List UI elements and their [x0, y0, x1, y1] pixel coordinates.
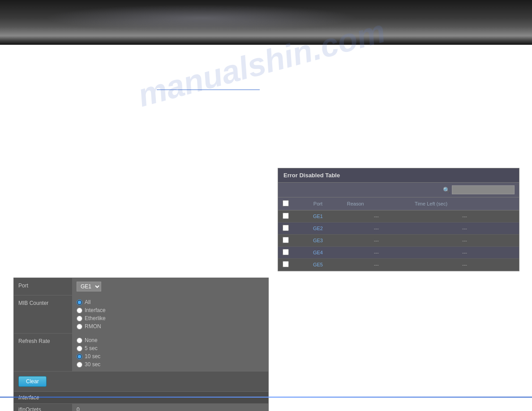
clear-button[interactable]: Clear	[18, 376, 47, 387]
refresh-radio-group: None 5 sec 10 sec 30 sec	[77, 337, 264, 368]
row-port: GE1	[293, 210, 343, 223]
row-reason: ---	[343, 223, 410, 235]
ifinoctets-row: ifInOctets 0	[14, 404, 268, 411]
mib-counter-row: MIB Counter All Interface Etherlike	[14, 295, 268, 334]
refresh-option-5sec[interactable]: 5 sec	[77, 345, 264, 351]
row-port: GE5	[293, 259, 343, 271]
mib-counter-label: MIB Counter	[14, 295, 72, 333]
port-select[interactable]: GE1 GE2 GE3 GE4 GE5	[77, 282, 101, 291]
row-time-left: ---	[410, 259, 519, 271]
row-port: GE4	[293, 247, 343, 259]
row-select-checkbox[interactable]	[283, 249, 289, 255]
row-reason: ---	[343, 259, 410, 271]
col-checkbox	[278, 197, 293, 210]
table-row: GE1 --- ---	[278, 210, 519, 223]
search-icon: 🔍	[443, 187, 450, 193]
bottom-divider	[0, 397, 532, 398]
table-row: GE3 --- ---	[278, 235, 519, 247]
row-select-checkbox[interactable]	[283, 237, 289, 243]
row-select-checkbox[interactable]	[283, 225, 289, 231]
row-reason: ---	[343, 247, 410, 259]
error-disabled-title: Error Disabled Table	[278, 168, 519, 183]
select-all-checkbox[interactable]	[283, 200, 289, 206]
mib-option-rmon[interactable]: RMON	[77, 323, 264, 330]
mib-option-interface[interactable]: Interface	[77, 307, 264, 313]
row-time-left: ---	[410, 247, 519, 259]
refresh-option-10sec[interactable]: 10 sec	[77, 353, 264, 360]
mib-option-etherlike[interactable]: Etherlike	[77, 315, 264, 321]
port-value: GE1 GE2 GE3 GE4 GE5	[72, 278, 268, 295]
error-disabled-data-table: Port Reason Time Left (sec) GE1 --- --- …	[278, 197, 519, 271]
interface-section-header: Interface	[14, 392, 268, 404]
mib-counter-value: All Interface Etherlike RMON	[72, 295, 268, 333]
refresh-rate-value: None 5 sec 10 sec 30 sec	[72, 334, 268, 371]
clear-button-row: Clear	[14, 372, 268, 392]
row-time-left: ---	[410, 235, 519, 247]
ifinoctets-value: 0	[72, 404, 268, 411]
row-checkbox-cell	[278, 223, 293, 235]
col-reason: Reason	[343, 197, 410, 210]
row-checkbox-cell	[278, 210, 293, 223]
refresh-rate-row: Refresh Rate None 5 sec 10 sec	[14, 334, 268, 372]
mib-radio-group: All Interface Etherlike RMON	[77, 299, 264, 330]
row-time-left: ---	[410, 210, 519, 223]
row-reason: ---	[343, 210, 410, 223]
row-port: GE3	[293, 235, 343, 247]
row-reason: ---	[343, 235, 410, 247]
col-port: Port	[293, 197, 343, 210]
refresh-rate-label: Refresh Rate	[14, 334, 72, 371]
error-disabled-panel: Error Disabled Table 🔍 Port Reason Time …	[278, 168, 519, 271]
refresh-option-30sec[interactable]: 30 sec	[77, 361, 264, 368]
table-row: GE5 --- ---	[278, 259, 519, 271]
port-row: Port GE1 GE2 GE3 GE4 GE5	[14, 278, 268, 295]
col-time-left: Time Left (sec)	[410, 197, 519, 210]
row-checkbox-cell	[278, 247, 293, 259]
row-select-checkbox[interactable]	[283, 261, 289, 267]
port-label: Port	[14, 278, 72, 295]
link-underline	[157, 90, 260, 90]
mib-counter-panel: Port GE1 GE2 GE3 GE4 GE5 MIB Counter All	[13, 278, 269, 411]
row-select-checkbox[interactable]	[283, 213, 289, 219]
row-checkbox-cell	[278, 235, 293, 247]
row-time-left: ---	[410, 223, 519, 235]
table-row: GE4 --- ---	[278, 247, 519, 259]
ifinoctets-label: ifInOctets	[14, 404, 72, 411]
search-input[interactable]	[452, 185, 515, 194]
table-header-row: Port Reason Time Left (sec)	[278, 197, 519, 210]
row-port: GE2	[293, 223, 343, 235]
table-row: GE2 --- ---	[278, 223, 519, 235]
search-bar: 🔍	[278, 183, 519, 197]
row-checkbox-cell	[278, 259, 293, 271]
link-area	[13, 90, 519, 90]
mib-option-all[interactable]: All	[77, 299, 264, 305]
refresh-option-none[interactable]: None	[77, 337, 264, 343]
header-banner	[0, 0, 532, 45]
error-disabled-table-container: Error Disabled Table 🔍 Port Reason Time …	[278, 168, 519, 271]
